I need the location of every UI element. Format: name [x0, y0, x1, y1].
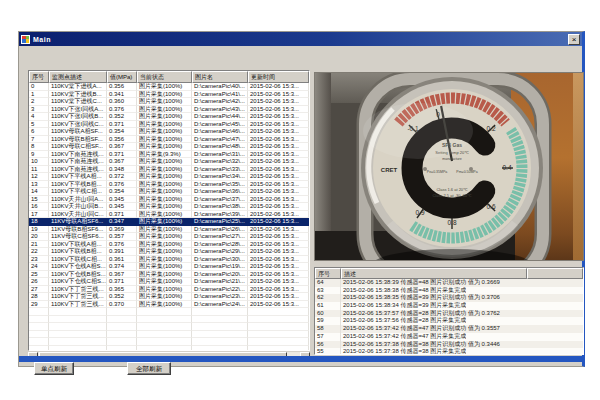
table-row[interactable]: 27 110KV下丁货三线... 0.365 图片采集(100%) D:\cam… — [29, 286, 309, 294]
list-item[interactable]: 63 2015-02-06 15:38:38 传感器=48 图片采集完成 — [315, 287, 583, 295]
cell-value: 0.367 — [107, 143, 137, 151]
table-row[interactable]: 21 110KV下联线A相... 0.376 图片采集(100%) D:\cam… — [29, 241, 309, 249]
table-row[interactable]: 22 110KV下联线B相... 0.391 图片采集(100%) D:\cam… — [29, 248, 309, 256]
table-row[interactable] — [29, 323, 309, 331]
table-row[interactable]: 13 110KV下平线B相... 0.376 图片采集(100%) D:\cam… — [29, 181, 309, 189]
gauge-scale-label: 0.8 — [447, 219, 456, 226]
cell-status: 图片采集(9.3%) — [137, 151, 192, 159]
cell-value: 0.354 — [107, 188, 137, 196]
cell-index — [29, 331, 49, 339]
table-row[interactable]: 20 11KV母联C相SF6... 0.357 图片采集(100%) D:\ca… — [29, 233, 309, 241]
table-row[interactable]: 16 110KV天井山I回B... 0.345 图片采集(100%) D:\ca… — [29, 203, 309, 211]
cell-status — [137, 308, 192, 316]
table-row[interactable]: 10 110KV下南苑连线... 0.367 图片采集(100%) D:\cam… — [29, 158, 309, 166]
cell-value: 0.376 — [107, 241, 137, 249]
list-item[interactable]: 56 2015-02-06 15:37:38 传感器=38 图片识别成功 值为 … — [315, 341, 583, 349]
table-row[interactable]: 1 110KV棠下进线B... 0.341 图片采集(100%) D:\came… — [29, 91, 309, 99]
table-row[interactable]: 3 110KV下张I回线A... 0.376 图片采集(100%) D:\cam… — [29, 106, 309, 114]
log-column-desc[interactable]: 描述 — [341, 268, 527, 279]
column-header-time[interactable]: 更新时间 — [248, 71, 309, 83]
cell-time: 2015-02-06 15:3... — [248, 106, 309, 114]
cell-status — [137, 346, 192, 352]
cell-status: 图片采集(100%) — [137, 241, 192, 249]
all-refresh-button[interactable]: 全部刷新 — [127, 362, 171, 375]
list-item[interactable]: 58 2015-02-06 15:37:42 传感器=47 图片识别成功 值为 … — [315, 325, 583, 333]
log-column-index[interactable]: 序号 — [315, 268, 341, 279]
cell-value: 0.391 — [107, 248, 137, 256]
gauge-scale-label: 0.9 — [415, 209, 424, 216]
cell-pic: D:\cameraPic\37\... — [192, 196, 248, 204]
list-item[interactable]: 57 2015-02-06 15:37:42 传感器=47 图片采集完成 — [315, 333, 583, 341]
cell-index: 55 — [315, 348, 341, 355]
cell-status: 图片采集(100%) — [137, 263, 192, 271]
column-header-index[interactable]: 序号 — [29, 71, 49, 83]
column-header-pic[interactable]: 图片名 — [192, 71, 248, 83]
table-row[interactable]: 5 110KV下张I回线C... 0.371 图片采集(100%) D:\cam… — [29, 121, 309, 129]
close-icon[interactable]: × — [568, 34, 580, 45]
table-row[interactable]: 7 110KV母联B相SF... 0.356 图片采集(100%) D:\cam… — [29, 136, 309, 144]
table-row[interactable] — [29, 316, 309, 324]
table-row[interactable]: 0 110KV棠下进线A... 0.356 图片采集(100%) D:\came… — [29, 83, 309, 91]
cell-pic: D:\cameraPic\24\... — [192, 301, 248, 309]
table-row[interactable]: 17 110KV天井山I回C... 0.371 图片采集(100%) D:\ca… — [29, 211, 309, 219]
cell-desc: 110KV天井山I回C... — [49, 211, 107, 219]
cell-status: 图片采集(100%) — [137, 173, 192, 181]
table-row[interactable]: 15 110KV天井山I回A... 0.345 图片采集(100%) D:\ca… — [29, 196, 309, 204]
cell-index: 62 — [315, 294, 341, 302]
table-row[interactable] — [29, 331, 309, 339]
table-row[interactable]: 26 110KV下仓线C相S... 0.371 图片采集(100%) D:\ca… — [29, 278, 309, 286]
cell-desc: 110KV母联A相SF... — [49, 128, 107, 136]
table-row[interactable]: 28 110KV下丁货三线... 0.352 图片采集(100%) D:\cam… — [29, 293, 309, 301]
cell-pic — [192, 323, 248, 331]
cell-index: 27 — [29, 286, 49, 294]
title-bar[interactable]: Main × — [19, 32, 582, 46]
cell-desc: 110KV下南苑连线... — [49, 158, 107, 166]
column-header-status[interactable]: 当前状态 — [137, 71, 192, 83]
cell-status — [137, 323, 192, 331]
cell-time: 2015-02-06 15:3... — [248, 233, 309, 241]
table-row[interactable]: 29 110KV下丁货三线... 0.370 图片采集(100%) D:\cam… — [29, 301, 309, 309]
cell-pic: D:\cameraPic\27\... — [192, 233, 248, 241]
cell-index: 56 — [315, 341, 341, 349]
list-item[interactable]: 64 2015-02-06 15:38:39 传感器=48 图片识别成功 值为 … — [315, 279, 583, 287]
cell-pic: D:\cameraPic\21\... — [192, 278, 248, 286]
cell-time: 2015-02-06 15:3... — [248, 241, 309, 249]
gauge-spec: Pm=0.50MPa — [456, 170, 477, 174]
cell-index — [29, 323, 49, 331]
table-row[interactable]: 6 110KV母联A相SF... 0.354 图片采集(100%) D:\cam… — [29, 128, 309, 136]
table-row[interactable]: 23 110KV下联线C相... 0.361 图片采集(100%) D:\cam… — [29, 256, 309, 264]
table-row[interactable]: 24 110KV下仓线A相S... 0.374 图片采集(100%) D:\ca… — [29, 263, 309, 271]
list-item[interactable]: 62 2015-02-06 15:38:35 传感器=39 图片识别成功 值为 … — [315, 294, 583, 302]
table-row[interactable]: 4 110KV下张I回线B... 0.352 图片采集(100%) D:\cam… — [29, 113, 309, 121]
table-row[interactable]: 25 110KV下仓线B相S... 0.367 图片采集(100%) D:\ca… — [29, 271, 309, 279]
cell-desc: 2015-02-06 15:38:34 传感器=39 图片采集完成 — [341, 302, 466, 310]
cell-time: 2015-02-06 15:3... — [248, 158, 309, 166]
cell-value: 0.360 — [107, 98, 137, 106]
monitor-table-header[interactable]: 序号 监测点描述 值(MPa) 当前状态 图片名 更新时间 — [29, 71, 309, 83]
list-item[interactable]: 59 2015-02-06 15:37:56 传感器=28 图片采集完成 — [315, 317, 583, 325]
table-row[interactable] — [29, 346, 309, 352]
table-row[interactable]: 2 110KV棠下进线C... 0.360 图片采集(100%) D:\came… — [29, 98, 309, 106]
table-row[interactable]: 8 110KV母联C相SF... 0.367 图片采集(100%) D:\cam… — [29, 143, 309, 151]
cell-pic — [192, 338, 248, 346]
list-item[interactable]: 61 2015-02-06 15:38:34 传感器=39 图片采集完成 — [315, 302, 583, 310]
column-header-desc[interactable]: 监测点描述 — [49, 71, 107, 83]
cell-index: 19 — [29, 226, 49, 234]
table-row[interactable]: 12 110KV下平线A相... 0.372 图片采集(100%) D:\cam… — [29, 173, 309, 181]
table-row[interactable]: 9 110KV下南苑连线... 0.371 图片采集(9.3%) D:\came… — [29, 151, 309, 159]
single-refresh-button[interactable]: 单点刷新 — [34, 362, 74, 375]
list-item[interactable]: 55 2015-02-06 15:37:38 传感器=38 图片采集完成 — [315, 348, 583, 355]
table-row[interactable]: 18 11KV母联A相SF6... 0.347 图片采集(100%) D:\ca… — [29, 218, 309, 226]
table-row[interactable]: 14 110KV下平线C相... 0.354 图片采集(100%) D:\cam… — [29, 188, 309, 196]
cell-index: 6 — [29, 128, 49, 136]
column-header-value[interactable]: 值(MPa) — [107, 71, 137, 83]
cell-desc: 11KV母联C相SF6... — [49, 233, 107, 241]
cell-index — [29, 338, 49, 346]
log-table-header[interactable]: 序号 描述 — [315, 268, 583, 279]
cell-value: 0.369 — [107, 226, 137, 234]
table-row[interactable]: 19 11KV母联B相SF6... 0.369 图片采集(100%) D:\ca… — [29, 226, 309, 234]
table-row[interactable] — [29, 338, 309, 346]
table-row[interactable] — [29, 308, 309, 316]
table-row[interactable]: 11 110KV下南苑连线... 0.348 图片采集(100%) D:\cam… — [29, 166, 309, 174]
list-item[interactable]: 60 2015-02-06 15:37:57 传感器=28 图片识别成功 值为 … — [315, 310, 583, 318]
